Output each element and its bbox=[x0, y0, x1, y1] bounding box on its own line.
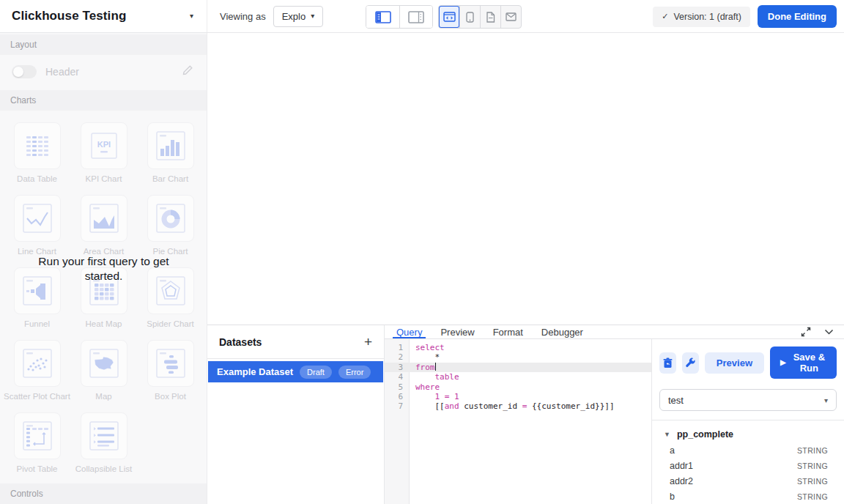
toggle-knob bbox=[13, 67, 23, 77]
pie-chart-card[interactable] bbox=[147, 195, 194, 242]
box-plot-icon bbox=[155, 347, 187, 379]
empty-state-message: Run your first query to get started. bbox=[0, 254, 207, 283]
line-chart-card[interactable] bbox=[14, 195, 61, 242]
line-chart-icon bbox=[21, 202, 53, 234]
chart-card-label: Heat Map bbox=[86, 319, 122, 328]
section-controls-label: Controls bbox=[10, 489, 43, 499]
chart-card-map: Map bbox=[70, 328, 137, 401]
pivot-table-card[interactable] bbox=[14, 412, 61, 459]
dataset-item[interactable]: Example DatasetDraftError bbox=[208, 361, 383, 382]
query-actions-panel: Preview ▶ Save & Run test ▾ ▼ pp_complet… bbox=[651, 339, 844, 504]
tab-debugger[interactable]: Debugger bbox=[540, 325, 585, 338]
chevron-down-icon: ▼ bbox=[664, 431, 670, 438]
version-label: Version: 1 (draft) bbox=[673, 12, 741, 22]
check-icon: ✓ bbox=[662, 12, 668, 21]
edit-pencil-icon[interactable] bbox=[182, 64, 193, 79]
header-toggle-label: Header bbox=[45, 66, 182, 78]
viewing-as-label: Viewing as bbox=[220, 11, 266, 22]
schema-table-name: pp_complete bbox=[677, 429, 733, 440]
format-tools-button[interactable] bbox=[682, 352, 699, 374]
schema-column-a[interactable]: aSTRING bbox=[664, 442, 828, 458]
datasets-header: Datasets + bbox=[207, 325, 384, 359]
kpi-chart-card[interactable]: KPI bbox=[81, 122, 127, 169]
tab-format[interactable]: Format bbox=[492, 325, 525, 338]
email-view-button[interactable] bbox=[500, 6, 521, 28]
dataset-badge-draft: Draft bbox=[300, 366, 332, 379]
chart-card-line-chart: Line Chart bbox=[4, 183, 70, 256]
column-name: addr1 bbox=[670, 461, 693, 471]
dashboard-canvas[interactable] bbox=[208, 33, 844, 325]
chart-card-label: Scatter Plot Chart bbox=[4, 392, 70, 401]
schema-column-addr1[interactable]: addr1STRING bbox=[664, 458, 828, 473]
left-panel-toggle[interactable] bbox=[366, 6, 399, 28]
tab-preview[interactable]: Preview bbox=[439, 325, 475, 338]
right-panel-toggle[interactable] bbox=[399, 6, 432, 28]
chevron-down-icon[interactable]: ▾ bbox=[190, 12, 193, 20]
code-line-5[interactable]: 5where bbox=[385, 382, 651, 392]
chart-card-label: Funnel bbox=[24, 319, 50, 328]
section-controls: Controls bbox=[0, 483, 207, 504]
query-editor-section: QueryPreviewFormatDebugger 1select2 *3fr… bbox=[385, 325, 844, 504]
query-actions-row: Preview ▶ Save & Run bbox=[652, 339, 844, 385]
save-and-run-button[interactable]: ▶ Save & Run bbox=[770, 346, 837, 379]
column-name: b bbox=[670, 492, 675, 502]
query-tabs: QueryPreviewFormatDebugger bbox=[395, 325, 600, 338]
collapse-chevron-icon[interactable] bbox=[824, 329, 834, 336]
code-line-4[interactable]: 4 table bbox=[385, 372, 651, 382]
chart-card-collapsible-list: Collapsible List bbox=[70, 401, 137, 473]
schema-table-header[interactable]: ▼ pp_complete bbox=[664, 429, 828, 440]
header-toggle[interactable] bbox=[12, 65, 37, 78]
query-tabs-row: QueryPreviewFormatDebugger bbox=[385, 325, 844, 339]
column-type: STRING bbox=[797, 446, 828, 455]
bar-chart-icon bbox=[155, 130, 187, 162]
schema-column-b[interactable]: bSTRING bbox=[664, 489, 828, 504]
kpi-chart-icon: KPI bbox=[88, 130, 120, 162]
done-editing-button[interactable]: Done Editing bbox=[758, 5, 837, 28]
box-plot-card[interactable] bbox=[147, 340, 194, 387]
revert-query-button[interactable] bbox=[659, 352, 676, 374]
code-text: from bbox=[410, 363, 436, 372]
tab-query[interactable]: Query bbox=[395, 325, 423, 338]
code-text: * bbox=[410, 352, 440, 362]
code-line-2[interactable]: 2 * bbox=[385, 352, 651, 362]
dashboard-title-block[interactable]: Clickhouse Testing ▾ bbox=[0, 0, 207, 32]
scatter-plot-icon bbox=[21, 347, 53, 379]
envelope-icon bbox=[506, 12, 517, 21]
left-panel-icon bbox=[375, 11, 391, 23]
area-chart-card[interactable] bbox=[81, 195, 127, 242]
view-mode-group bbox=[438, 5, 522, 29]
data-table-card[interactable] bbox=[14, 122, 61, 169]
text-cursor bbox=[435, 363, 436, 371]
add-dataset-button[interactable]: + bbox=[364, 335, 372, 349]
map-card[interactable] bbox=[81, 340, 127, 387]
code-line-1[interactable]: 1select bbox=[385, 343, 651, 352]
column-name: addr2 bbox=[670, 476, 693, 486]
line-number: 5 bbox=[385, 382, 410, 392]
bar-chart-card[interactable] bbox=[147, 122, 194, 169]
scatter-plot-chart-card[interactable] bbox=[14, 340, 61, 387]
code-line-3[interactable]: 3from bbox=[385, 363, 651, 372]
dataset-name: Example Dataset bbox=[217, 366, 293, 377]
line-number: 6 bbox=[385, 392, 410, 401]
pdf-view-button[interactable] bbox=[480, 6, 500, 28]
mobile-view-button[interactable] bbox=[459, 6, 480, 28]
schema-column-addr2[interactable]: addr2STRING bbox=[664, 473, 828, 489]
table-selector[interactable]: test ▾ bbox=[659, 389, 837, 411]
dataset-badge-error: Error bbox=[338, 366, 371, 379]
sql-code-editor[interactable]: 1select2 *3from4 table5where6 1 = 17 [[a… bbox=[385, 339, 651, 504]
version-badge[interactable]: ✓ Version: 1 (draft) bbox=[653, 7, 750, 27]
chart-card-label: Spider Chart bbox=[147, 319, 194, 328]
desktop-view-button[interactable] bbox=[439, 6, 459, 28]
code-line-7[interactable]: 7 [[and customer_id = {{customer_id}}]] bbox=[385, 401, 651, 411]
header-toggle-row: Header bbox=[0, 55, 207, 89]
viewing-as-dropdown[interactable]: Explo ▾ bbox=[273, 6, 324, 27]
dataset-list: Example DatasetDraftError bbox=[207, 359, 384, 382]
chart-card-box-plot: Box Plot bbox=[137, 328, 204, 401]
preview-query-button[interactable]: Preview bbox=[705, 352, 764, 374]
line-number: 3 bbox=[385, 363, 410, 372]
section-charts-label: Charts bbox=[10, 95, 36, 105]
expand-icon[interactable] bbox=[801, 327, 811, 337]
datasets-title: Datasets bbox=[219, 336, 262, 348]
collapsible-list-card[interactable] bbox=[81, 412, 127, 459]
code-line-6[interactable]: 6 1 = 1 bbox=[385, 392, 651, 401]
